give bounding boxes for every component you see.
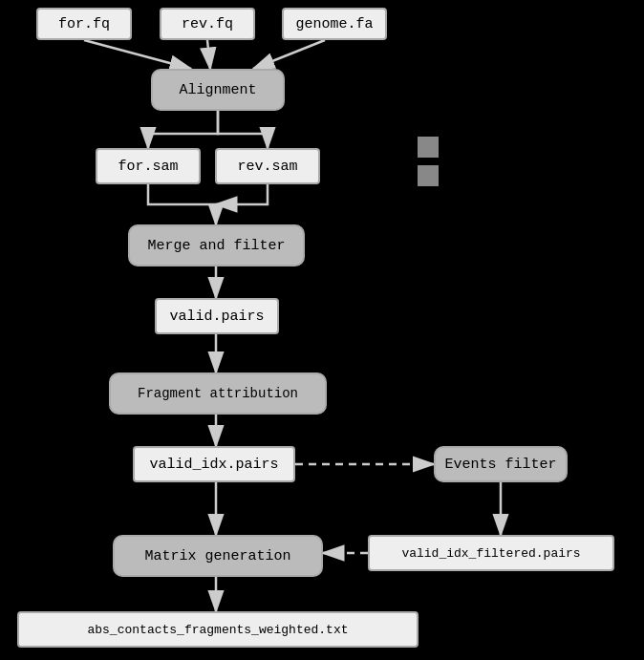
fragment-attribution-node: Fragment attribution xyxy=(109,373,327,415)
merge-filter-node: Merge and filter xyxy=(128,224,305,266)
valid-idx-filtered-node: valid_idx_filtered.pairs xyxy=(368,535,614,571)
valid-pairs-node: valid.pairs xyxy=(155,298,279,334)
genome-fa-node: genome.fa xyxy=(282,8,387,40)
small-rect-1 xyxy=(418,137,439,158)
svg-line-1 xyxy=(84,40,191,69)
rev-sam-node: rev.sam xyxy=(215,148,320,184)
rev-fq-node: rev.fq xyxy=(160,8,255,40)
events-filter-node: Events filter xyxy=(434,446,568,482)
svg-line-3 xyxy=(253,40,325,69)
for-fq-node: for.fq xyxy=(36,8,132,40)
small-rect-2 xyxy=(418,165,439,186)
matrix-generation-node: Matrix generation xyxy=(113,535,323,577)
abs-contacts-node: abs_contacts_fragments_weighted.txt xyxy=(17,611,419,648)
workflow-diagram: for.fq rev.fq genome.fa Alignment for.sa… xyxy=(0,0,644,660)
svg-line-2 xyxy=(207,40,210,69)
valid-idx-pairs-node: valid_idx.pairs xyxy=(133,446,295,482)
alignment-node: Alignment xyxy=(151,69,285,111)
for-sam-node: for.sam xyxy=(96,148,201,184)
